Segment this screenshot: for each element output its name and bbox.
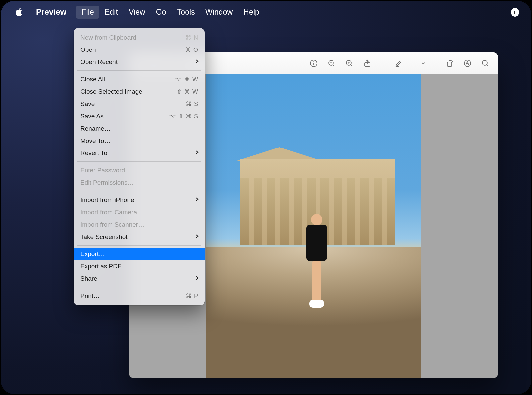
apple-logo-icon[interactable] (15, 7, 24, 17)
menu-row-label: Take Screenshot (80, 233, 128, 241)
info-button[interactable] (307, 57, 320, 70)
svg-point-4 (313, 61, 314, 62)
menu-separator (77, 287, 201, 287)
menu-separator (77, 191, 201, 191)
markup-button[interactable] (461, 57, 474, 70)
rotate-button[interactable] (443, 57, 456, 70)
menu-row-revert-to[interactable]: Revert To (74, 147, 205, 159)
menu-item-tools[interactable]: Tools (172, 6, 200, 19)
menu-row-label: Close Selected Image (80, 88, 142, 95)
menu-row-close-all[interactable]: Close All⌥ ⌘ W (74, 73, 205, 85)
menu-row-share[interactable]: Share (74, 272, 205, 285)
menu-item-file[interactable]: File (76, 6, 99, 19)
menu-item-edit[interactable]: Edit (99, 6, 123, 19)
menu-row-open[interactable]: Open…⌘ O (74, 44, 205, 56)
menu-row-import-from-camera: Import from Camera… (74, 206, 205, 218)
menu-row-label: Share (80, 275, 97, 282)
zoom-out-button[interactable] (325, 57, 338, 70)
app-name[interactable]: Preview (36, 7, 66, 17)
menu-separator (77, 161, 201, 162)
search-button[interactable] (479, 57, 492, 70)
menu-separator (77, 70, 201, 71)
menu-item-go[interactable]: Go (151, 6, 172, 19)
menu-row-label: Close All (80, 76, 105, 83)
menu-item-help[interactable]: Help (238, 6, 265, 19)
menu-row-import-from-iphone[interactable]: Import from iPhone (74, 194, 205, 206)
menu-row-label: Edit Permissions… (80, 179, 134, 186)
chevron-right-icon (195, 149, 199, 157)
menu-row-edit-permissions: Edit Permissions… (74, 176, 205, 189)
menubar-extra-icon[interactable]: Ⅱ (509, 6, 521, 18)
menu-row-label: Print… (80, 292, 100, 300)
menu-row-shortcut: ⌘ S (186, 100, 198, 108)
menu-row-rename[interactable]: Rename… (74, 122, 205, 135)
menu-row-label: Rename… (80, 125, 111, 132)
menu-row-import-from-scanner: Import from Scanner… (74, 218, 205, 231)
chevron-right-icon (195, 58, 199, 66)
menu-row-export[interactable]: Export… (74, 248, 205, 260)
menu-row-label: Save As… (80, 113, 110, 120)
menu-row-shortcut: ⌘ P (186, 292, 198, 300)
menu-separator (77, 245, 201, 246)
menu-row-new-from-clipboard: New from Clipboard⌘ N (74, 31, 205, 44)
menu-row-print[interactable]: Print…⌘ P (74, 290, 205, 302)
menu-row-shortcut: ⇧ ⌘ W (177, 88, 198, 95)
menu-row-label: Save (80, 100, 95, 108)
menu-row-label: Import from Scanner… (80, 221, 144, 228)
menu-row-label: Revert To (80, 149, 107, 157)
menu-row-move-to[interactable]: Move To… (74, 135, 205, 147)
menu-row-shortcut: ⌘ N (185, 34, 198, 41)
chevron-right-icon (195, 196, 199, 204)
share-button[interactable] (361, 57, 374, 70)
menu-row-label: Enter Password… (80, 167, 131, 174)
svg-point-10 (482, 60, 487, 65)
toolbar-separator (412, 58, 412, 68)
menu-row-label: Export… (80, 250, 105, 258)
photo-content (206, 74, 421, 378)
menu-row-label: Open Recent (80, 58, 118, 66)
menu-row-label: Import from iPhone (80, 196, 134, 204)
chevron-right-icon (195, 275, 199, 282)
menu-row-label: New from Clipboard (80, 34, 136, 41)
svg-text:Ⅱ: Ⅱ (514, 11, 516, 14)
menubar: Preview FileEditViewGoToolsWindowHelp Ⅱ (0, 0, 532, 24)
menu-item-window[interactable]: Window (200, 6, 238, 19)
menu-row-shortcut: ⌘ O (185, 46, 198, 53)
menu-row-close-selected-image[interactable]: Close Selected Image⇧ ⌘ W (74, 85, 205, 98)
menu-row-shortcut: ⌥ ⌘ W (175, 76, 198, 83)
menu-row-export-as-pdf[interactable]: Export as PDF… (74, 260, 205, 272)
file-menu-dropdown: New from Clipboard⌘ NOpen…⌘ OOpen Recent… (74, 28, 205, 305)
highlight-button[interactable] (392, 57, 405, 70)
zoom-in-button[interactable] (343, 57, 356, 70)
menu-row-label: Move To… (80, 137, 110, 145)
menu-item-view[interactable]: View (123, 6, 151, 19)
menu-row-enter-password: Enter Password… (74, 164, 205, 176)
chevron-right-icon (195, 233, 199, 241)
svg-rect-8 (447, 62, 452, 66)
menu-row-take-screenshot[interactable]: Take Screenshot (74, 231, 205, 243)
menu-row-save[interactable]: Save⌘ S (74, 98, 205, 110)
menu-row-label: Import from Camera… (80, 209, 143, 216)
menu-row-label: Open… (80, 46, 102, 53)
menu-row-label: Export as PDF… (80, 263, 128, 270)
menu-row-open-recent[interactable]: Open Recent (74, 56, 205, 68)
menu-row-shortcut: ⌥ ⇧ ⌘ S (169, 113, 198, 120)
highlight-dropdown-button[interactable] (419, 57, 428, 70)
menu-row-save-as[interactable]: Save As…⌥ ⇧ ⌘ S (74, 110, 205, 122)
